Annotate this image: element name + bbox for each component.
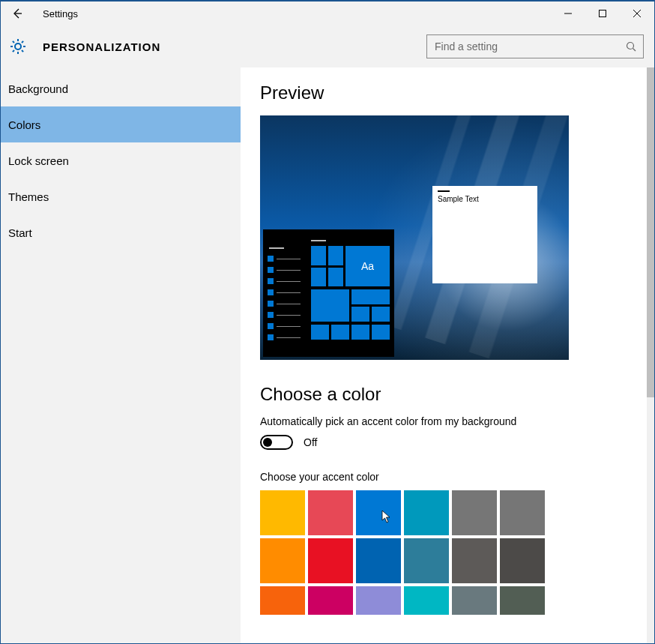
sidebar-item-background[interactable]: Background (1, 70, 241, 106)
accent-swatch[interactable] (500, 586, 545, 615)
back-button[interactable] (1, 1, 34, 25)
scroll-thumb[interactable] (647, 67, 654, 397)
gear-icon (8, 37, 28, 56)
accent-swatch[interactable] (404, 538, 449, 583)
auto-pick-label: Automatically pick an accent color from … (260, 415, 654, 427)
toggle-state-label: Off (304, 436, 317, 448)
sidebar-item-themes[interactable]: Themes (1, 178, 241, 214)
toggle-knob-icon (263, 438, 272, 447)
window-controls (551, 1, 654, 25)
sidebar-item-start[interactable]: Start (1, 214, 241, 250)
minimize-icon (564, 10, 572, 17)
svg-line-6 (633, 49, 636, 52)
svg-point-5 (627, 43, 634, 49)
content-area: Preview Sample Text (241, 67, 654, 643)
search-box[interactable] (426, 34, 644, 58)
search-input[interactable] (427, 40, 619, 52)
preview-start-tiles: Aa (311, 240, 390, 354)
accent-swatch[interactable] (356, 490, 401, 535)
preview-start-menu: Aa (263, 229, 394, 357)
accent-swatch[interactable] (260, 538, 305, 583)
accent-swatch[interactable] (452, 586, 497, 615)
accent-swatch[interactable] (452, 490, 497, 535)
page-title: PERSONALIZATION (28, 40, 160, 53)
auto-pick-toggle[interactable] (260, 435, 293, 450)
scrollbar[interactable] (647, 67, 654, 643)
accent-swatch[interactable] (308, 538, 353, 583)
close-button[interactable] (620, 1, 654, 25)
choose-color-heading: Choose a color (260, 384, 654, 405)
preview-sample-window: Sample Text (432, 186, 537, 283)
sidebar-item-lock-screen[interactable]: Lock screen (1, 142, 241, 178)
accent-swatch[interactable] (500, 490, 545, 535)
accent-color-label: Choose your accent color (260, 471, 654, 483)
accent-swatch[interactable] (452, 538, 497, 583)
accent-swatch[interactable] (356, 538, 401, 583)
sidebar-item-colors[interactable]: Colors (1, 106, 241, 142)
sidebar: Background Colors Lock screen Themes Sta… (1, 67, 241, 643)
accent-color-grid (260, 490, 654, 615)
title-bar: Settings (1, 1, 654, 25)
accent-swatch[interactable] (404, 586, 449, 615)
cursor-icon (381, 510, 392, 523)
minimize-button[interactable] (551, 1, 585, 25)
window-title: Settings (34, 8, 78, 19)
maximize-icon (599, 10, 606, 17)
header-bar: PERSONALIZATION (1, 25, 654, 67)
maximize-button[interactable] (585, 1, 620, 25)
preview-window-accent-icon (438, 190, 450, 192)
accent-swatch[interactable] (260, 586, 305, 615)
accent-swatch[interactable] (404, 490, 449, 535)
preview-heading: Preview (260, 82, 654, 103)
accent-swatch[interactable] (260, 490, 305, 535)
close-icon (633, 10, 641, 17)
accent-swatch[interactable] (500, 538, 545, 583)
preview-start-list (268, 240, 311, 354)
accent-swatch[interactable] (356, 586, 401, 615)
search-icon (619, 41, 643, 52)
accent-swatch[interactable] (308, 490, 353, 535)
accent-swatch[interactable] (308, 586, 353, 615)
back-arrow-icon (11, 7, 23, 19)
svg-rect-2 (600, 10, 606, 17)
preview-tile-aa: Aa (345, 246, 390, 286)
preview-window-text: Sample Text (432, 195, 537, 203)
preview-panel: Sample Text (260, 115, 569, 360)
